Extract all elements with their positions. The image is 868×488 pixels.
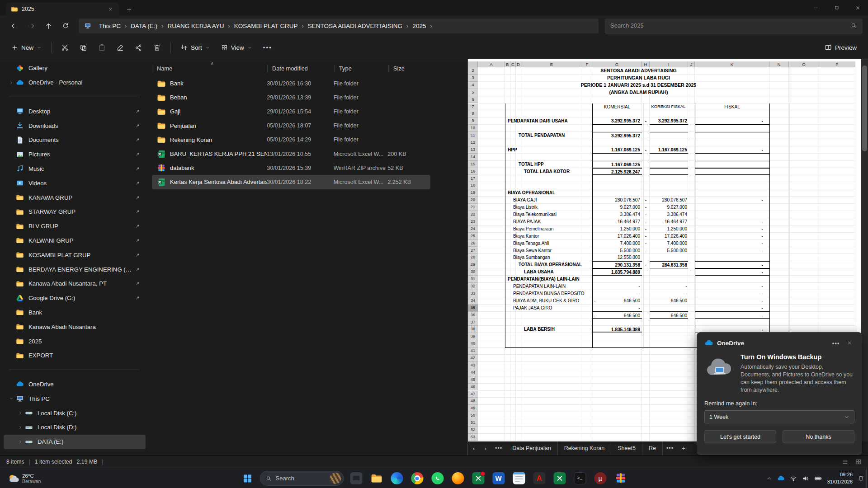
sidebar-item-this-pc[interactable]: This PC xyxy=(4,391,146,406)
file-row[interactable]: Beban29/01/2026 13:39File folder xyxy=(152,90,430,104)
sidebar-item-desktop[interactable]: Desktop xyxy=(4,104,146,118)
sidebar-item-documents[interactable]: Documents xyxy=(4,133,146,147)
sidebar-item-onedrive-personal[interactable]: OneDrive - Personal xyxy=(4,75,146,90)
battery-icon[interactable] xyxy=(814,474,822,482)
preview-scrollbar[interactable] xyxy=(861,59,868,441)
sheet-tab-rekening-koran[interactable]: Rekening Koran xyxy=(558,441,612,455)
explorer-tab[interactable]: 2025 xyxy=(6,3,119,15)
sidebar-item-downloads[interactable]: Downloads xyxy=(4,118,146,133)
rename-button[interactable] xyxy=(112,39,129,56)
sidebar-item-videos[interactable]: Videos xyxy=(4,176,146,190)
breadcrumb-chevron-icon[interactable]: › xyxy=(123,23,128,29)
whatsapp-icon[interactable] xyxy=(429,470,446,487)
column-header-name[interactable]: Name xyxy=(152,65,267,73)
remind-dropdown[interactable]: 1 Week xyxy=(704,410,854,423)
wifi-icon[interactable] xyxy=(790,475,797,482)
refresh-button[interactable] xyxy=(57,18,74,33)
breadcrumb-item-kosambi-plat-grup[interactable]: KOSAMBI PLAT GRUP xyxy=(231,21,301,31)
sidebar-item-gallery[interactable]: Gallery xyxy=(4,61,146,75)
notepad-icon[interactable] xyxy=(511,470,527,487)
file-row[interactable]: Gaji29/01/2026 15:54File folder xyxy=(152,104,430,118)
add-sheet-button[interactable]: + xyxy=(677,445,690,452)
app-window-icon[interactable] xyxy=(348,470,364,487)
chevron-up-icon[interactable] xyxy=(766,475,772,481)
sidebar-item-starway-grup[interactable]: STARWAY GRUP xyxy=(4,205,146,219)
terminal-icon[interactable]: >_ xyxy=(572,470,588,487)
sidebar-item-kanawa-grup[interactable]: KANAWA GRUP xyxy=(4,190,146,205)
chevron-right-icon[interactable] xyxy=(16,440,24,444)
close-button[interactable] xyxy=(847,0,868,15)
scrollbar-thumb[interactable] xyxy=(862,66,867,151)
column-header-size[interactable]: Size xyxy=(388,65,431,73)
sidebar-item-bank[interactable]: Bank xyxy=(4,305,146,320)
share-button[interactable] xyxy=(130,39,147,56)
file-explorer-icon[interactable] xyxy=(368,470,385,487)
file-row[interactable]: Bank30/01/2026 16:30File folder xyxy=(152,76,430,90)
view-button[interactable]: View xyxy=(216,39,257,56)
tab-close-icon[interactable] xyxy=(106,5,115,14)
forward-button[interactable] xyxy=(23,18,40,33)
file-row[interactable]: Penjualan05/01/2026 18:07File folder xyxy=(152,119,430,133)
details-view-icon[interactable] xyxy=(842,459,848,465)
next-sheet-button[interactable]: › xyxy=(480,445,491,452)
sidebar-item-google-drive-g-[interactable]: Google Drive (G:) xyxy=(4,291,146,305)
onedrive-tray-icon[interactable] xyxy=(777,474,785,482)
weather-widget[interactable]: 26°C Berawan xyxy=(5,468,43,488)
file-row[interactable]: databank30/01/2026 15:39WinRAR ZIP archi… xyxy=(152,161,430,175)
sidebar-item-berdaya-energy-enginering-bee-grup[interactable]: BERDAYA ENERGY ENGINERING (BEE) GRUP xyxy=(4,262,146,277)
chevron-right-icon[interactable] xyxy=(16,425,24,430)
sidebar-item-pictures[interactable]: Pictures xyxy=(4,147,146,162)
more-sheets-button[interactable]: ••• xyxy=(663,445,677,451)
sidebar-item-kanawa-abadi-nusantara-pt[interactable]: Kanawa Abadi Nusantara, PT xyxy=(4,277,146,291)
breadcrumb-chevron-icon[interactable]: › xyxy=(429,23,433,29)
firefox-icon[interactable] xyxy=(450,470,466,487)
breadcrumb-item-data-e-[interactable]: DATA (E:) xyxy=(128,21,160,31)
sidebar-item-kosambi-plat-grup[interactable]: KOSAMBI PLAT GRUP xyxy=(4,248,146,262)
chrome-icon[interactable] xyxy=(409,470,425,487)
word-icon[interactable]: W xyxy=(491,470,507,487)
delete-button[interactable] xyxy=(148,39,166,56)
sidebar-item-kalwani-grup[interactable]: KALWANI GRUP xyxy=(4,234,146,248)
more-options-icon[interactable]: ••• xyxy=(831,338,841,348)
search-highlight-image[interactable] xyxy=(330,473,341,484)
new-tab-button[interactable] xyxy=(122,3,136,15)
search-input[interactable]: Search 2025 xyxy=(605,19,863,33)
sidebar-item-local-disk-c-[interactable]: Local Disk (C:) xyxy=(4,406,146,420)
sheet-tab-data-penjualan[interactable]: Data Penjualan xyxy=(506,441,557,455)
notification-bell-icon[interactable] xyxy=(858,475,864,482)
new-button[interactable]: New xyxy=(6,39,47,56)
sidebar-item-music[interactable]: Music xyxy=(4,162,146,176)
sidebar-item-blv-grup[interactable]: BLV GRUP xyxy=(4,219,146,234)
breadcrumb-chevron-icon[interactable]: › xyxy=(300,23,305,29)
excel-notification-icon[interactable] xyxy=(470,470,486,487)
breadcrumb-chevron-icon[interactable]: › xyxy=(405,23,410,29)
sidebar-item-2025[interactable]: 2025 xyxy=(4,334,146,348)
breadcrumb-item-this-pc[interactable]: This PC xyxy=(96,21,123,31)
sidebar-item-data-e-[interactable]: DATA (E:) xyxy=(4,435,146,449)
sheet-tab-re[interactable]: Re xyxy=(642,441,663,455)
preview-toggle-button[interactable]: Preview xyxy=(820,39,862,56)
get-started-button[interactable]: Let's get started xyxy=(704,430,776,443)
breadcrumb-item-2025[interactable]: 2025 xyxy=(410,21,429,31)
column-header-type[interactable]: Type xyxy=(334,65,388,73)
chevron-right-icon[interactable] xyxy=(16,411,24,415)
column-header-date-modified[interactable]: Date modified xyxy=(267,65,334,73)
taskbar-search-box[interactable]: Search xyxy=(260,471,344,486)
more-options-button[interactable]: ••• xyxy=(258,39,277,56)
start-button[interactable] xyxy=(240,470,256,487)
no-thanks-button[interactable]: No thanks xyxy=(783,430,854,443)
show-desktop-button[interactable] xyxy=(866,468,868,488)
paste-button[interactable] xyxy=(93,39,111,56)
file-row[interactable]: BARU_KERTAS KERJA PPH 21 SENTOSA A...13/… xyxy=(152,147,430,161)
sidebar-item-onedrive[interactable]: OneDrive xyxy=(4,377,146,392)
sidebar-item-local-disk-d-[interactable]: Local Disk (D:) xyxy=(4,420,146,435)
breadcrumb-item-ruang-kerja-ayu[interactable]: RUANG KERJA AYU xyxy=(165,21,226,31)
acrobat-icon[interactable]: A xyxy=(531,470,547,487)
file-row[interactable]: Rekening Koran05/01/2026 14:29File folde… xyxy=(152,133,430,147)
back-button[interactable] xyxy=(5,18,23,33)
breadcrumb-item-sentosa-abadi-advertaising[interactable]: SENTOSA ABADI ADVERTAISING xyxy=(305,21,405,31)
sidebar-item-kanawa-abadi-nusantara[interactable]: Kanawa Abadi Nusantara xyxy=(4,319,146,334)
taskbar-clock[interactable]: 09:2631/01/2026 xyxy=(827,471,853,485)
cut-button[interactable] xyxy=(56,39,74,56)
breadcrumb-chevron-icon[interactable]: › xyxy=(227,23,231,29)
